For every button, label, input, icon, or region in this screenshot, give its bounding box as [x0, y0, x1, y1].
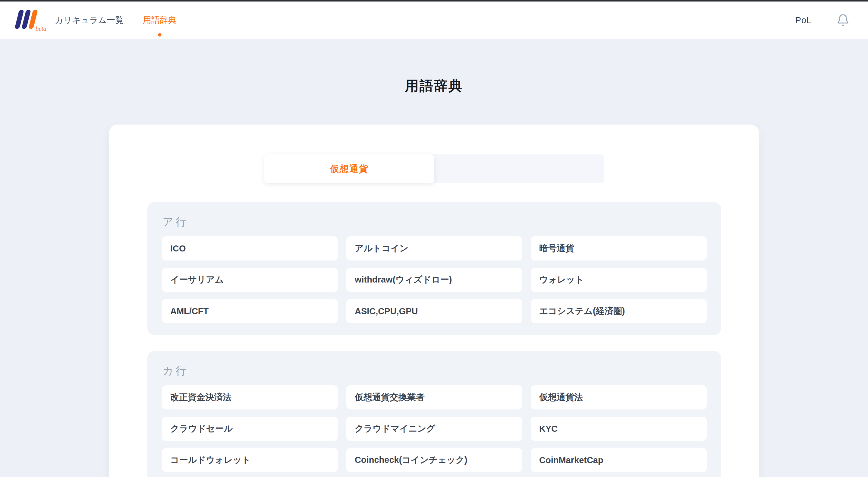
header-right: PoL [795, 13, 850, 27]
term-grid: ICO アルトコイン 暗号通貨 イーサリアム withdraw(ウィズドロー) … [162, 236, 707, 323]
term-item[interactable]: 仮想通貨交換業者 [346, 385, 522, 410]
term-item[interactable]: クラウドセール [162, 417, 338, 441]
user-menu[interactable]: PoL [795, 16, 812, 25]
term-item[interactable]: アルトコイン [346, 236, 522, 261]
tabs-empty-area [434, 154, 604, 183]
nav-item-label: 用語辞典 [143, 16, 177, 25]
section-a-row: ア行 ICO アルトコイン 暗号通貨 イーサリアム withdraw(ウィズドロ… [147, 202, 721, 335]
glossary-card: 仮想通貨 ア行 ICO アルトコイン 暗号通貨 イーサリアム withdraw(… [109, 124, 759, 477]
term-item[interactable]: ICO [162, 236, 338, 261]
main-nav: カリキュラム一覧 用語辞典 [54, 15, 177, 26]
term-item[interactable]: コールドウォレット [162, 448, 338, 472]
active-nav-dot [158, 33, 161, 36]
term-item[interactable]: withdraw(ウィズドロー) [346, 268, 522, 292]
category-tabs: 仮想通貨 [264, 154, 604, 183]
nav-item-curriculum[interactable]: カリキュラム一覧 [54, 15, 124, 26]
term-item[interactable]: Coincheck(コインチェック) [346, 448, 522, 472]
tab-cryptocurrency[interactable]: 仮想通貨 [264, 154, 434, 183]
notification-bell-icon[interactable] [836, 13, 850, 27]
term-item[interactable]: 仮想通貨法 [531, 385, 707, 410]
term-item[interactable]: ウォレット [531, 268, 707, 292]
nav-item-glossary[interactable]: 用語辞典 [142, 15, 177, 26]
section-ka-row: カ行 改正資金決済法 仮想通貨交換業者 仮想通貨法 クラウドセール クラウドマイ… [147, 351, 721, 477]
term-grid: 改正資金決済法 仮想通貨交換業者 仮想通貨法 クラウドセール クラウドマイニング… [162, 385, 707, 472]
term-item[interactable]: エコシステム(経済圏) [531, 299, 707, 323]
app-header: beta カリキュラム一覧 用語辞典 PoL [0, 1, 868, 39]
term-item[interactable]: KYC [531, 417, 707, 441]
section-heading: ア行 [162, 216, 707, 227]
brand-logo[interactable]: beta [14, 9, 42, 31]
term-item[interactable]: クラウドマイニング [346, 417, 522, 441]
term-item[interactable]: 暗号通貨 [531, 236, 707, 261]
nav-item-label: カリキュラム一覧 [55, 16, 124, 25]
page-title: 用語辞典 [0, 39, 868, 93]
section-heading: カ行 [162, 365, 707, 376]
logo-beta-label: beta [36, 25, 46, 33]
term-item[interactable]: ASIC,CPU,GPU [346, 299, 522, 323]
term-item[interactable]: AML/CFT [162, 299, 338, 323]
term-item[interactable]: イーサリアム [162, 268, 338, 292]
term-item[interactable]: 改正資金決済法 [162, 385, 338, 410]
term-item[interactable]: CoinMarketCap [531, 448, 707, 472]
